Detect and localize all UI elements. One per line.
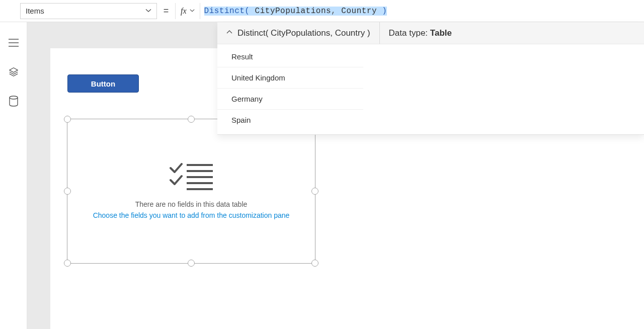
result-row[interactable]: Germany (217, 89, 363, 110)
property-dropdown[interactable]: Items (20, 3, 157, 19)
formula-token-comma: , (331, 7, 336, 16)
formula-token-close: ) (382, 7, 387, 16)
button-label: Button (91, 79, 115, 88)
selection-handle[interactable] (188, 116, 195, 123)
formula-signature-text: Distinct( CityPopulations, Country ) (237, 28, 370, 38)
result-row[interactable]: United Kingdom (217, 67, 363, 89)
data-type-label: Data type: Table (380, 28, 461, 38)
result-list: Result United Kingdom Germany Spain (217, 44, 644, 134)
chevron-up-icon (226, 29, 232, 37)
fx-dropdown[interactable]: fx (175, 3, 200, 19)
chevron-down-icon (190, 8, 195, 14)
left-sidebar (0, 22, 27, 329)
datatable-control[interactable]: There are no fields in this data table C… (67, 119, 315, 264)
hamburger-icon[interactable] (8, 37, 19, 48)
result-row[interactable]: Spain (217, 110, 363, 130)
svg-point-0 (10, 96, 18, 99)
data-icon[interactable] (8, 96, 19, 107)
formula-result-header: Distinct( CityPopulations, Country ) Dat… (217, 22, 644, 44)
formula-input[interactable]: Distinct( CityPopulations, Country ) (200, 3, 644, 19)
fx-icon: fx (181, 7, 187, 16)
selection-handle[interactable] (311, 188, 318, 195)
datatable-empty-line1: There are no fields in this data table (135, 200, 248, 208)
layers-icon[interactable] (8, 66, 19, 77)
formula-signature[interactable]: Distinct( CityPopulations, Country ) (217, 22, 380, 44)
selection-handle[interactable] (64, 116, 71, 123)
formula-token-arg2: Country (341, 7, 377, 16)
formula-token-arg1: CityPopulations (255, 7, 332, 16)
formula-result-panel: Distinct( CityPopulations, Country ) Dat… (217, 22, 644, 135)
formula-token-open: ( (245, 7, 250, 16)
selection-handle[interactable] (64, 260, 71, 267)
selection-handle[interactable] (64, 188, 71, 195)
selection-handle[interactable] (311, 260, 318, 267)
checklist-icon (170, 163, 213, 192)
formula-bar: Items = fx Distinct( CityPopulations, Co… (0, 0, 644, 22)
chevron-down-icon (145, 7, 151, 15)
result-column-header: Result (217, 46, 363, 67)
equals-label: = (157, 6, 175, 16)
formula-token-fn: Distinct (204, 7, 245, 16)
datatable-placeholder: There are no fields in this data table C… (67, 119, 315, 263)
button-control[interactable]: Button (67, 74, 139, 93)
selection-handle[interactable] (188, 260, 195, 267)
datatable-empty-link[interactable]: Choose the fields you want to add from t… (93, 211, 290, 219)
property-name: Items (26, 7, 44, 15)
